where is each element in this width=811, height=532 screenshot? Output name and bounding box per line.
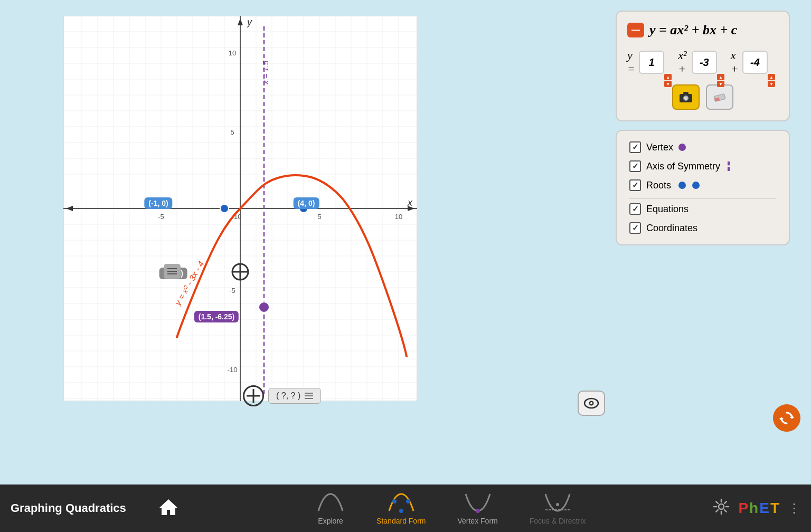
svg-point-61 (220, 204, 229, 213)
y-intercept-menu[interactable] (164, 264, 181, 279)
roots-check-label: Roots (646, 180, 671, 191)
camera-icon (678, 91, 693, 103)
phet-h: h (749, 500, 758, 517)
equation-form-label: y = ax² + bx + c (649, 22, 737, 38)
nav-explore[interactable]: Explore (300, 487, 361, 529)
standard-form-nav-icon (387, 492, 416, 513)
reset-button[interactable] (773, 404, 800, 432)
bottom-nav: Graphing Quadratics Explore (0, 484, 811, 532)
c-coeff-container: -4 ▲ ▼ (742, 51, 768, 74)
c-up-button[interactable]: ▲ (768, 74, 775, 80)
b-value: -3 (700, 56, 709, 69)
probe-coords: ( ?, ? ) (268, 388, 321, 404)
phet-p: P (738, 500, 748, 517)
axis-checkbox[interactable] (629, 160, 641, 172)
probe-circle[interactable] (243, 385, 264, 406)
checks-separator (629, 198, 776, 199)
b-arrows: ▲ ▼ (717, 74, 724, 87)
settings-button[interactable] (713, 498, 730, 519)
phet-logo: P h E T (738, 500, 779, 517)
roots-dot2-indicator (692, 182, 700, 189)
probe-menu[interactable] (305, 393, 313, 399)
a-value: 1 (649, 56, 655, 69)
main-area: y x -10 -5 5 10 10 5 -5 -10 x = 1.5 y = … (0, 0, 811, 484)
nav-items: Explore Standard Form Vert (189, 487, 713, 529)
a-up-button[interactable]: ▲ (664, 74, 672, 80)
focus-directrix-icon-area (543, 491, 572, 514)
graph-container: y x -10 -5 5 10 10 5 -5 -10 x = 1.5 y = … (42, 11, 422, 412)
equations-check[interactable]: Equations (629, 203, 776, 215)
roots-checkbox[interactable] (629, 179, 641, 191)
svg-text:x = 1.5: x = 1.5 (261, 60, 270, 85)
eraser-button[interactable] (706, 84, 733, 110)
svg-text:5: 5 (230, 128, 234, 136)
app-title: Graphing Quadratics (11, 501, 127, 515)
svg-text:10: 10 (229, 49, 236, 57)
axis-check[interactable]: Axis of Symmetry (629, 160, 776, 172)
root1-label[interactable]: (-1, 0) (144, 197, 172, 209)
refresh-icon (779, 411, 794, 425)
svg-line-93 (716, 510, 719, 512)
standard-form-icon-area (387, 491, 416, 514)
axis-check-label: Axis of Symmetry (646, 161, 720, 172)
coordinates-check[interactable]: Coordinates (629, 222, 776, 234)
vertex-checkbox[interactable] (629, 141, 641, 153)
visibility-button[interactable] (578, 391, 605, 416)
svg-text:5: 5 (317, 213, 321, 221)
svg-point-63 (259, 302, 269, 312)
vertex-check-label: Vertex (646, 142, 673, 153)
coordinates-checkbox[interactable] (629, 222, 641, 234)
svg-line-90 (716, 501, 719, 504)
a-arrows: ▲ ▼ (664, 74, 672, 87)
equation-title: — y = ax² + bx + c (627, 22, 778, 38)
home-icon (158, 497, 178, 517)
equations-check-label: Equations (646, 204, 689, 215)
nav-vertex-form[interactable]: Vertex Form (441, 487, 513, 529)
svg-point-69 (684, 97, 687, 100)
more-button[interactable]: ⋮ (788, 501, 800, 516)
equation-tools (627, 84, 778, 110)
equation-row: y = 1 ▲ ▼ x² + -3 (627, 49, 778, 76)
camera-button[interactable] (672, 84, 700, 110)
svg-rect-70 (683, 92, 689, 94)
vertex-check[interactable]: Vertex (629, 141, 776, 153)
b-down-button[interactable]: ▼ (717, 81, 724, 87)
b-up-button[interactable]: ▲ (717, 74, 724, 80)
a-down-button[interactable]: ▼ (664, 81, 672, 87)
vertex-dot-indicator (678, 144, 686, 151)
svg-point-79 (399, 509, 403, 513)
c-down-button[interactable]: ▼ (768, 81, 775, 87)
vertex-form-icon-area (464, 491, 492, 514)
eq-y-label: y = (627, 49, 636, 76)
vertex-form-label: Vertex Form (457, 517, 497, 525)
svg-text:-5: -5 (229, 287, 235, 294)
svg-text:-10: -10 (228, 366, 238, 374)
phet-t: T (770, 500, 779, 517)
root2-label[interactable]: (4, 0) (294, 197, 319, 209)
svg-text:y: y (246, 17, 252, 27)
svg-text:-5: -5 (158, 213, 164, 221)
equation-box: — y = ax² + bx + c y = 1 ▲ ▼ x² + (616, 11, 790, 121)
x-label: x + (731, 49, 739, 76)
nav-standard-form[interactable]: Standard Form (361, 487, 441, 529)
home-button[interactable] (148, 493, 189, 524)
svg-marker-78 (159, 499, 177, 515)
roots-check[interactable]: Roots (629, 179, 776, 191)
equations-checkbox[interactable] (629, 203, 641, 215)
vertex-label[interactable]: (1.5, -6.25) (194, 311, 239, 322)
settings-icon (713, 498, 730, 515)
right-panel: — y = ax² + bx + c y = 1 ▲ ▼ x² + (616, 11, 790, 245)
checks-box: Vertex Axis of Symmetry Roots Equati (616, 130, 790, 245)
svg-point-81 (406, 499, 410, 504)
probe-area: ( ?, ? ) (243, 385, 321, 406)
svg-point-80 (392, 499, 397, 504)
svg-text:10: 10 (395, 213, 402, 221)
explore-nav-icon (316, 492, 345, 513)
svg-point-84 (556, 503, 559, 506)
c-coeff-box: -4 (742, 51, 768, 74)
coordinates-check-label: Coordinates (646, 223, 697, 234)
remove-equation-button[interactable]: — (627, 23, 644, 37)
nav-focus-directrix[interactable]: Focus & Directrix (514, 487, 602, 529)
explore-icon-area (316, 491, 345, 514)
vertex-form-nav-icon (464, 492, 492, 513)
